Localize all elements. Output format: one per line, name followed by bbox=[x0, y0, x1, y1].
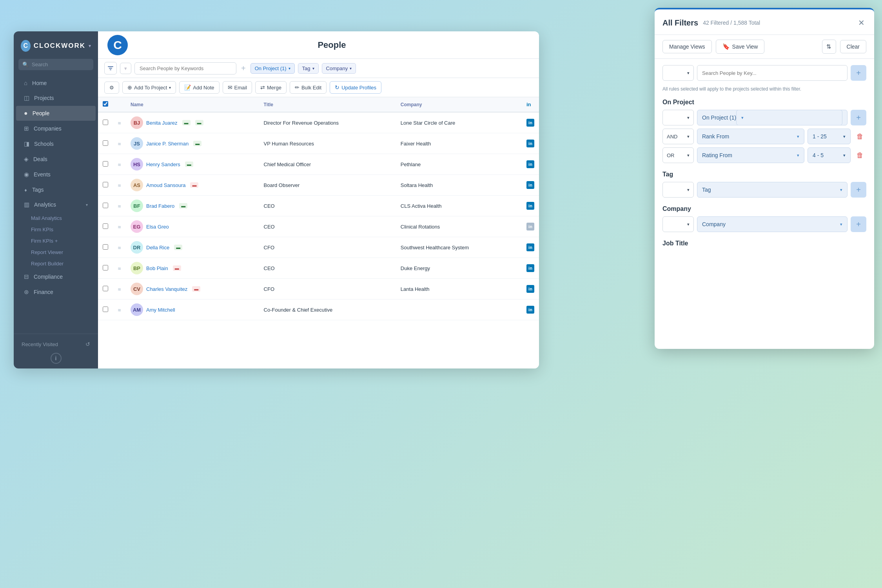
linkedin-icon[interactable]: in bbox=[526, 160, 534, 168]
bulk-edit-button[interactable]: ✏ Bulk Edit bbox=[290, 81, 327, 94]
sidebar-item-compliance[interactable]: ⊟ Compliance bbox=[16, 269, 96, 284]
person-name[interactable]: Amy Mitchell bbox=[146, 307, 175, 313]
person-name[interactable]: Benita Juarez bbox=[146, 120, 178, 126]
add-note-button[interactable]: 📝 Add Note bbox=[179, 81, 219, 94]
settings-btn[interactable]: ⚙ bbox=[104, 82, 119, 94]
sidebar-item-finance[interactable]: ⊛ Finance bbox=[16, 285, 96, 299]
row-checkbox-cell[interactable] bbox=[98, 216, 113, 237]
col-title[interactable]: Title bbox=[259, 97, 396, 112]
person-name[interactable]: Della Rice bbox=[146, 245, 169, 250]
linkedin-icon[interactable]: in bbox=[526, 181, 534, 189]
sidebar-item-projects[interactable]: ◫ Projects bbox=[16, 91, 96, 105]
filter-add-company-button[interactable]: + bbox=[851, 216, 866, 232]
analytics-child-report-builder[interactable]: Report Builder bbox=[18, 258, 98, 269]
recently-visited[interactable]: Recently Visited ↺ bbox=[20, 339, 92, 350]
row-checkbox[interactable] bbox=[103, 120, 108, 125]
sidebar-item-home[interactable]: ⌂ Home bbox=[16, 76, 96, 90]
row-checkbox-cell[interactable] bbox=[98, 133, 113, 154]
logo-chevron-icon[interactable]: ▾ bbox=[89, 43, 91, 49]
email-button[interactable]: ✉ Email bbox=[223, 81, 252, 94]
linkedin-icon[interactable]: in bbox=[526, 140, 534, 147]
person-name[interactable]: Bob Plain bbox=[146, 265, 168, 271]
filter-company-connector-dropdown[interactable]: ▾ bbox=[662, 216, 694, 232]
person-name[interactable]: Elsa Greo bbox=[146, 224, 169, 230]
row-checkbox-cell[interactable] bbox=[98, 196, 113, 216]
filter-connector-dropdown-1[interactable]: ▾ bbox=[662, 110, 694, 125]
info-button[interactable]: i bbox=[51, 353, 62, 364]
sidebar-item-tags[interactable]: ⬧ Tags bbox=[16, 182, 96, 197]
filter-search-add-button[interactable]: + bbox=[851, 65, 866, 81]
keyword-add-btn[interactable]: + bbox=[240, 64, 247, 73]
row-checkbox[interactable] bbox=[103, 140, 108, 146]
person-name[interactable]: Amoud Sansoura bbox=[146, 182, 185, 188]
filter-tag-connector-dropdown[interactable]: ▾ bbox=[662, 182, 694, 198]
row-checkbox-cell[interactable] bbox=[98, 279, 113, 299]
filter-tag-onproject[interactable]: On Project (1) ▾ bbox=[250, 63, 295, 74]
keyword-search-input[interactable] bbox=[134, 62, 236, 74]
filter-and-dropdown[interactable]: AND ▾ bbox=[662, 129, 694, 144]
linkedin-icon[interactable]: in bbox=[526, 202, 534, 210]
row-checkbox-cell[interactable] bbox=[98, 258, 113, 279]
row-checkbox[interactable] bbox=[103, 286, 108, 291]
search-input[interactable] bbox=[32, 62, 89, 67]
sidebar-item-companies[interactable]: ⊞ Companies bbox=[16, 121, 96, 136]
select-all-checkbox[interactable] bbox=[103, 101, 108, 107]
person-name[interactable]: Brad Fabero bbox=[146, 203, 174, 209]
sidebar-item-events[interactable]: ◉ Events bbox=[16, 167, 96, 182]
filter-tag-dropdown[interactable]: Tag ▾ bbox=[697, 182, 848, 198]
linkedin-icon[interactable]: in bbox=[526, 243, 534, 251]
sidebar-logo[interactable]: C CLOCKWORK ▾ bbox=[14, 31, 98, 59]
filter-tag-company[interactable]: Company ▾ bbox=[322, 63, 356, 74]
select-all-header[interactable] bbox=[98, 97, 113, 112]
row-checkbox-cell[interactable] bbox=[98, 237, 113, 258]
filter-toggle-btn[interactable] bbox=[104, 62, 117, 74]
row-checkbox-cell[interactable] bbox=[98, 154, 113, 175]
merge-button[interactable]: ⇄ Merge bbox=[255, 81, 287, 94]
row-checkbox[interactable] bbox=[103, 203, 108, 208]
row-checkbox-cell[interactable] bbox=[98, 299, 113, 320]
filter-rating-range-dropdown[interactable]: 4 - 5 ▾ bbox=[808, 147, 851, 163]
filter-value-dropdown-onproject[interactable]: On Project (1) ▾ bbox=[697, 110, 848, 125]
col-company[interactable]: Company bbox=[396, 97, 522, 112]
update-profiles-button[interactable]: ↻ Update Profiles bbox=[330, 81, 381, 94]
row-checkbox-cell[interactable] bbox=[98, 175, 113, 196]
filter-or-dropdown[interactable]: OR ▾ bbox=[662, 147, 694, 163]
row-checkbox[interactable] bbox=[103, 307, 108, 312]
person-name[interactable]: Janice P. Sherman bbox=[146, 141, 189, 147]
linkedin-icon[interactable]: in bbox=[526, 285, 534, 293]
col-name[interactable]: Name bbox=[126, 97, 259, 112]
filter-search-connector-dropdown[interactable]: ▾ bbox=[662, 65, 694, 81]
row-checkbox[interactable] bbox=[103, 182, 108, 187]
sidebar-item-schools[interactable]: ◨ Schools bbox=[16, 136, 96, 151]
row-checkbox-cell[interactable] bbox=[98, 112, 113, 133]
row-checkbox[interactable] bbox=[103, 223, 108, 229]
filter-delete-rating-button[interactable]: 🗑 bbox=[854, 149, 866, 162]
linkedin-icon[interactable]: in bbox=[526, 264, 534, 272]
filter-sort-button[interactable]: ⇅ bbox=[822, 40, 836, 54]
filter-add-tag-button[interactable]: + bbox=[851, 182, 866, 198]
person-name[interactable]: Henry Sanders bbox=[146, 162, 180, 167]
filter-keyword-input[interactable] bbox=[697, 65, 848, 81]
sidebar-item-analytics[interactable]: ▥ Analytics ▾ bbox=[16, 197, 96, 212]
row-checkbox[interactable] bbox=[103, 265, 108, 270]
sidebar-item-deals[interactable]: ◈ Deals bbox=[16, 152, 96, 167]
row-checkbox[interactable] bbox=[103, 161, 108, 167]
filter-company-dropdown[interactable]: Company ▾ bbox=[697, 216, 848, 232]
clear-button[interactable]: Clear bbox=[840, 40, 866, 53]
filter-delete-rank-button[interactable]: 🗑 bbox=[854, 130, 866, 143]
person-name[interactable]: Charles Vanquitez bbox=[146, 286, 187, 292]
filter-add-row-button-1[interactable]: + bbox=[851, 110, 866, 125]
filter-close-button[interactable]: ✕ bbox=[857, 16, 866, 29]
filter-rank-from-dropdown[interactable]: Rank From ▾ bbox=[697, 129, 804, 144]
filter-rating-from-dropdown[interactable]: Rating From ▾ bbox=[697, 147, 804, 163]
analytics-child-mail[interactable]: Mail Analytics bbox=[18, 212, 98, 224]
filter-type-dropdown[interactable]: ▾ bbox=[120, 63, 131, 74]
filter-rank-range-dropdown[interactable]: 1 - 25 ▾ bbox=[808, 129, 851, 144]
sidebar-item-people[interactable]: ● People bbox=[16, 106, 96, 121]
analytics-child-firmkpis[interactable]: Firm KPIs bbox=[18, 224, 98, 235]
linkedin-icon[interactable]: in bbox=[526, 306, 534, 314]
row-checkbox[interactable] bbox=[103, 244, 108, 250]
filter-tag-tag[interactable]: Tag ▾ bbox=[298, 63, 319, 74]
analytics-child-report-viewer[interactable]: Report Viewer bbox=[18, 247, 98, 258]
linkedin-icon[interactable]: in bbox=[526, 119, 534, 127]
